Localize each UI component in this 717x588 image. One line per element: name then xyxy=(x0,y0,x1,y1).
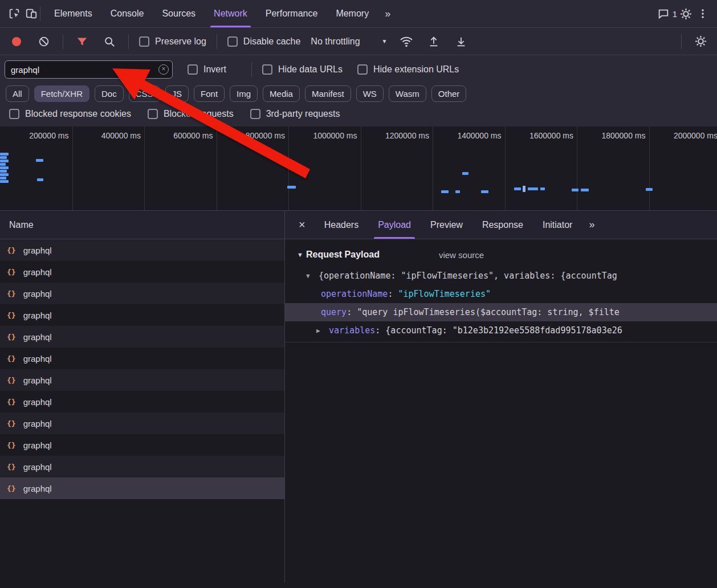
network-request-bar[interactable] xyxy=(0,177,6,179)
filter-chip-media[interactable]: Media xyxy=(263,85,300,102)
tab-elements[interactable]: Elements xyxy=(45,0,101,27)
network-request-bar[interactable] xyxy=(0,173,9,176)
timeline-gridline xyxy=(505,126,506,210)
tab-performance[interactable]: Performance xyxy=(256,0,327,27)
clear-network-log-button[interactable] xyxy=(35,32,52,51)
network-request-bar[interactable] xyxy=(462,172,469,175)
collapse-triangle-icon[interactable]: ▼ xyxy=(297,251,306,258)
request-row[interactable]: {}graphql xyxy=(0,326,284,348)
network-request-bar[interactable] xyxy=(37,178,43,181)
filter-chip-manifest[interactable]: Manifest xyxy=(305,85,351,102)
tab-memory[interactable]: Memory xyxy=(327,0,378,27)
more-tabs-chevron-icon[interactable]: » xyxy=(378,8,397,20)
payload-operationname-row[interactable]: operationName: "ipFlowTimeseries" xyxy=(285,285,717,303)
network-request-bar[interactable] xyxy=(287,186,296,189)
network-request-bar[interactable] xyxy=(36,159,43,162)
network-request-bar[interactable] xyxy=(528,187,538,190)
network-request-bar[interactable] xyxy=(481,190,488,193)
network-request-bar[interactable] xyxy=(514,187,521,190)
settings-gear-icon[interactable] xyxy=(677,4,694,23)
request-row[interactable]: {}graphql xyxy=(0,304,284,326)
collapsed-triangle-icon[interactable]: ▶ xyxy=(316,327,329,334)
tab-network[interactable]: Network xyxy=(205,0,256,27)
request-row[interactable]: {}graphql xyxy=(0,261,284,283)
third-party-requests-checkbox[interactable]: 3rd-party requests xyxy=(250,109,340,119)
network-request-bar[interactable] xyxy=(0,166,9,169)
network-request-bar[interactable] xyxy=(455,190,460,193)
device-toolbar-icon[interactable] xyxy=(23,4,40,23)
request-row[interactable]: {}graphql xyxy=(0,239,284,261)
network-request-bar[interactable] xyxy=(581,189,589,191)
network-request-bar[interactable] xyxy=(0,163,6,166)
payload-query-row[interactable]: query: "query ipFlowTimeseries($accountT… xyxy=(285,303,717,321)
name-column-header[interactable]: Name xyxy=(0,211,284,239)
checkbox-icon xyxy=(262,64,272,75)
blocked-requests-checkbox[interactable]: Blocked requests xyxy=(148,109,234,119)
network-request-bar[interactable] xyxy=(0,170,7,173)
network-request-bar[interactable] xyxy=(646,188,653,191)
tab-headers[interactable]: Headers xyxy=(315,211,368,239)
record-network-log-button[interactable] xyxy=(8,32,25,51)
network-settings-gear-icon[interactable] xyxy=(692,32,709,51)
network-request-bar[interactable] xyxy=(0,180,9,183)
network-overview-timeline[interactable]: 200000 ms400000 ms600000 ms800000 ms1000… xyxy=(0,126,717,211)
request-row[interactable]: {}graphql xyxy=(0,283,284,304)
tab-response[interactable]: Response xyxy=(472,211,533,239)
timeline-gridline xyxy=(649,126,650,210)
tab-preview[interactable]: Preview xyxy=(421,211,472,239)
search-icon[interactable] xyxy=(101,32,118,51)
hide-extension-urls-checkbox[interactable]: Hide extension URLs xyxy=(357,64,459,75)
filter-funnel-icon[interactable] xyxy=(74,32,91,51)
tab-payload[interactable]: Payload xyxy=(368,211,421,239)
request-row[interactable]: {}graphql xyxy=(0,477,284,499)
invert-checkbox[interactable]: Invert xyxy=(188,64,226,75)
network-request-bar[interactable] xyxy=(0,156,7,159)
filter-chip-doc[interactable]: Doc xyxy=(95,85,124,102)
fetch-xhr-icon: {} xyxy=(7,419,16,428)
network-request-bar[interactable] xyxy=(540,187,545,190)
filter-chip-img[interactable]: Img xyxy=(230,85,258,102)
more-options-kebab-icon[interactable] xyxy=(694,4,711,23)
network-request-bar[interactable] xyxy=(441,190,449,193)
filter-chip-fetch-xhr[interactable]: Fetch/XHR xyxy=(34,85,89,102)
payload-root-row[interactable]: ▼ {operationName: "ipFlowTimeseries", va… xyxy=(285,267,717,285)
request-row[interactable]: {}graphql xyxy=(0,369,284,391)
filter-input[interactable] xyxy=(5,60,173,79)
preserve-log-checkbox[interactable]: Preserve log xyxy=(139,36,206,47)
network-request-bar[interactable] xyxy=(0,153,9,156)
throttling-dropdown[interactable]: No throttling ▼ xyxy=(311,36,387,47)
tab-sources[interactable]: Sources xyxy=(153,0,205,27)
export-har-icon[interactable] xyxy=(453,32,470,51)
clear-filter-icon[interactable]: × xyxy=(158,64,169,75)
filter-chip-all[interactable]: All xyxy=(6,85,29,102)
import-har-icon[interactable] xyxy=(425,32,442,51)
request-row[interactable]: {}graphql xyxy=(0,456,284,477)
network-request-bar[interactable] xyxy=(572,189,579,191)
filter-chip-css[interactable]: CSS xyxy=(129,85,160,102)
console-messages-icon[interactable]: 1 xyxy=(657,4,677,23)
divider xyxy=(128,34,129,49)
filter-chip-font[interactable]: Font xyxy=(194,85,225,102)
inspect-element-icon[interactable] xyxy=(6,4,23,23)
blocked-response-cookies-checkbox[interactable]: Blocked response cookies xyxy=(9,109,131,119)
expand-triangle-icon[interactable]: ▼ xyxy=(306,272,319,280)
payload-variables-row[interactable]: ▶variables: {accountTag: "b12e3b2192ee55… xyxy=(285,321,717,340)
network-request-bar[interactable] xyxy=(0,160,9,162)
disable-cache-checkbox[interactable]: Disable cache xyxy=(227,36,301,47)
tab-console[interactable]: Console xyxy=(101,0,153,27)
request-row[interactable]: {}graphql xyxy=(0,434,284,456)
filter-chip-wasm[interactable]: Wasm xyxy=(389,85,426,102)
request-row[interactable]: {}graphql xyxy=(0,391,284,413)
tab-initiator[interactable]: Initiator xyxy=(533,211,582,239)
request-row[interactable]: {}graphql xyxy=(0,348,284,369)
request-row[interactable]: {}graphql xyxy=(0,413,284,434)
more-detail-tabs-chevron-icon[interactable]: » xyxy=(582,219,601,231)
filter-chip-other[interactable]: Other xyxy=(431,85,467,102)
network-request-bar[interactable] xyxy=(523,186,525,192)
view-source-link[interactable]: view source xyxy=(439,250,484,260)
network-conditions-icon[interactable] xyxy=(398,32,415,51)
filter-chip-ws[interactable]: WS xyxy=(356,85,384,102)
close-icon[interactable]: × xyxy=(290,218,315,231)
filter-chip-js[interactable]: JS xyxy=(165,85,189,102)
hide-data-urls-checkbox[interactable]: Hide data URLs xyxy=(262,64,343,75)
